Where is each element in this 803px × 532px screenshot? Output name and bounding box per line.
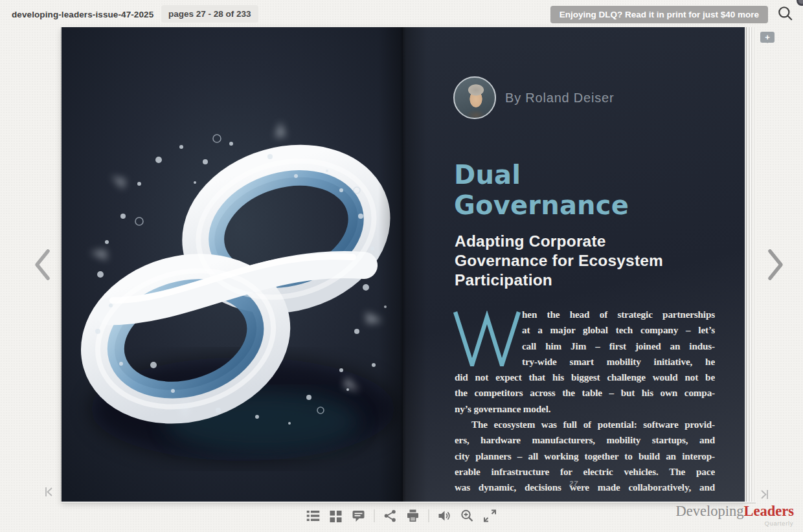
add-note-pin-icon[interactable]: + (760, 32, 775, 43)
subtitle-line-1: Adapting Corporate (455, 232, 663, 251)
author-avatar (453, 76, 496, 119)
chevron-right-icon (766, 274, 786, 283)
search-icon (777, 14, 794, 24)
print-button[interactable] (406, 509, 420, 523)
logo-word-leaders: Leaders (744, 503, 795, 519)
article-title: Dual Governance (454, 160, 629, 221)
magazine-spread: By Roland Deiser Dual Governance Adaptin… (62, 27, 745, 502)
toolbar-divider (374, 509, 375, 522)
text-line: call him Jim – first joined an indus- (522, 338, 715, 354)
article-body: W hen the head of strategic partnerships… (455, 307, 715, 496)
title-line-2: Governance (454, 190, 629, 221)
page-stack-edge (745, 27, 756, 502)
contents-list-icon (307, 515, 320, 524)
last-page-button[interactable] (758, 488, 771, 503)
fullscreen-button[interactable] (483, 509, 497, 523)
text-line: the competitors across the table – but h… (455, 385, 715, 401)
zoom-in-button[interactable] (460, 509, 475, 523)
subtitle-line-3: Participation (455, 271, 663, 290)
share-button[interactable] (383, 509, 398, 523)
byline-text: By Roland Deiser (505, 91, 614, 105)
logo-quarterly: Quarterly (765, 520, 793, 527)
print-promo-button[interactable]: Enjoying DLQ? Read it in print for just … (550, 6, 768, 23)
article-subtitle: Adapting Corporate Governance for Ecosys… (455, 232, 663, 290)
subtitle-line-2: Governance for Ecosystem (455, 251, 663, 271)
text-line: did not expect that his biggest challeng… (455, 370, 715, 385)
print-icon (407, 515, 420, 524)
left-page[interactable] (62, 27, 403, 502)
right-page[interactable]: By Roland Deiser Dual Governance Adaptin… (403, 27, 745, 502)
page-number: 27 (403, 480, 745, 487)
developing-leaders-logo[interactable]: DevelopingLeaders Quarterly (676, 503, 794, 520)
text-line: try-wide smart mobility initiative, he (522, 354, 715, 370)
logo-word-developing: Developing (676, 503, 744, 519)
text-line: ers, hardware manufacturers, mobility st… (455, 432, 715, 448)
text-line: city planners – all working together to … (455, 449, 715, 464)
text-line: ny’s governance model. (455, 401, 715, 417)
chevron-left-icon (32, 274, 52, 283)
fullscreen-icon (484, 515, 497, 524)
share-icon (384, 515, 397, 524)
first-page-button[interactable] (43, 485, 56, 500)
text-line: erable infrastructure for electric vehic… (455, 464, 715, 480)
previous-page-button[interactable] (32, 248, 52, 283)
thumbnails-grid-button[interactable] (329, 509, 343, 523)
thumbnails-grid-icon (330, 515, 343, 524)
contents-list-button[interactable] (306, 509, 321, 523)
notes-button[interactable] (352, 509, 366, 523)
dropcap-w: W (453, 311, 521, 366)
notes-icon (352, 515, 365, 524)
top-bar: developing-leaders-issue-47-2025 pages 2… (0, 0, 803, 28)
text-line: at a major global tech company – let’s (522, 322, 715, 338)
pages-indicator-badge: pages 27 - 28 of 233 (161, 5, 258, 23)
byline-row: By Roland Deiser (453, 76, 614, 119)
corner-decoration (797, 0, 803, 6)
document-filename: developing-leaders-issue-47-2025 (12, 10, 153, 19)
zoom-in-icon (461, 515, 474, 524)
skip-to-first-icon (43, 491, 56, 500)
page-bottom-edge (62, 502, 756, 504)
text-line: The ecosystem was full of potential: sof… (455, 417, 715, 432)
reader-toolbar (306, 509, 497, 523)
next-page-button[interactable] (766, 248, 786, 283)
sound-button[interactable] (438, 509, 452, 523)
splash-infinity-image (62, 27, 403, 502)
text-line: hen the head of strategic partnerships (522, 307, 715, 322)
skip-to-last-icon (758, 493, 771, 503)
search-button[interactable] (776, 5, 795, 23)
title-line-1: Dual (454, 160, 629, 190)
toolbar-divider (429, 509, 429, 522)
sound-icon (438, 515, 451, 524)
